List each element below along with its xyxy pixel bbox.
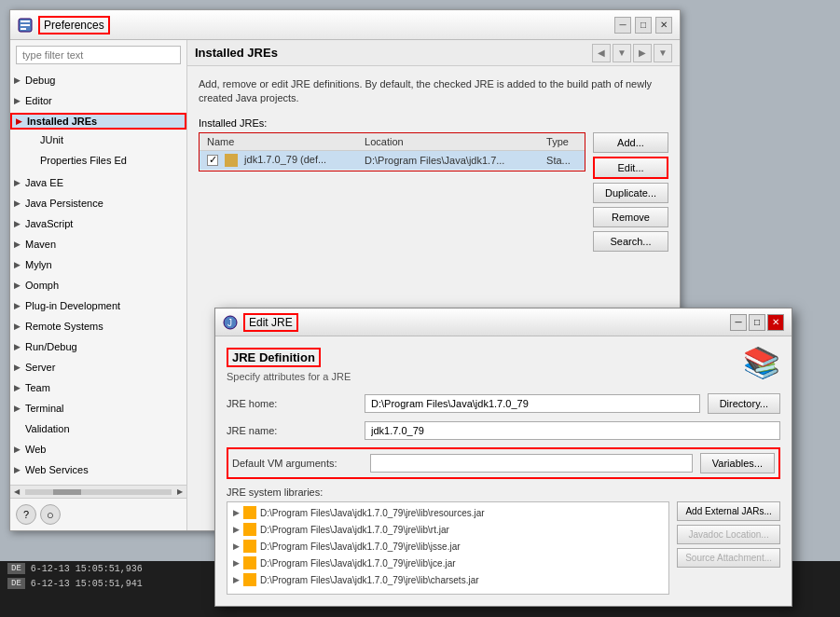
jar-icon [243,540,256,553]
list-item[interactable]: ▶ D:\Program Files\Java\jdk1.7.0_79\jre\… [229,538,667,555]
sidebar-label-junit: JUnit [40,134,63,145]
help-button[interactable]: ? [16,504,36,525]
sidebar-item-validation[interactable]: ▶ Validation [10,418,186,439]
nav-dropdown-btn[interactable]: ▼ [613,44,631,62]
variables-button[interactable]: Variables... [700,453,775,473]
maximize-button[interactable]: □ [635,17,652,34]
libraries-list: ▶ D:\Program Files\Java\jdk1.7.0_79\jre\… [227,501,669,595]
sidebar-item-java-persistence[interactable]: ▶ Java Persistence [10,193,186,213]
sidebar-label-properties: Properties Files Ed [40,155,127,166]
lib-path: D:\Program Files\Java\jdk1.7.0_79\jre\li… [260,508,485,518]
preferences-icon [18,18,33,33]
list-item[interactable]: ▶ D:\Program Files\Java\jdk1.7.0_79\jre\… [229,521,667,538]
edit-jre-titlebar: J Edit JRE ─ □ ✕ [215,308,792,336]
list-item[interactable]: ▶ D:\Program Files\Java\jdk1.7.0_79\jre\… [229,555,667,571]
duplicate-button[interactable]: Duplicate... [593,183,668,203]
titlebar-controls: ─ □ ✕ [614,17,672,34]
expand-arrow-java-persistence: ▶ [14,199,25,208]
lib-path: D:\Program Files\Java\jdk1.7.0_79\jre\li… [260,558,456,569]
dialog-titlebar-left: J Edit JRE [223,313,298,332]
preferences-titlebar: Preferences ─ □ ✕ [10,10,680,40]
sidebar-label-editor: Editor [25,95,52,106]
jre-name-input[interactable] [365,421,780,440]
sidebar-label-installed-jres: Installed JREs [27,116,97,127]
filter-input[interactable] [16,46,181,64]
jre-definition-title: JRE Definition [227,348,321,367]
remove-button[interactable]: Remove [593,207,668,227]
nav-buttons: ◀ ▼ ▶ ▼ [592,44,672,62]
console-badge-2: DE [7,578,25,589]
default-vm-input[interactable] [370,454,693,473]
svg-text:J: J [227,318,232,328]
sidebar-item-oomph[interactable]: ▶ Oomph [10,275,186,295]
edit-button[interactable]: Edit... [593,157,668,179]
sidebar-item-web-services[interactable]: ▶ Web Services [10,459,186,480]
jre-definition-desc: Specify attributes for a JRE [227,371,351,382]
expand-arrow-team: ▶ [14,383,25,392]
sidebar-scrollbar[interactable]: ◀ ▶ [10,485,186,498]
content-title: Installed JREs [195,46,278,60]
jar-icon [243,573,256,586]
minimize-button[interactable]: ─ [614,17,631,34]
jre-name-cell: jdk1.7.0_79 (def... [200,150,357,170]
sidebar-item-javascript[interactable]: ▶ JavaScript [10,213,186,234]
dialog-maximize-btn[interactable]: □ [749,314,765,331]
scroll-right-btn[interactable]: ▶ [173,487,186,496]
sidebar-item-team[interactable]: ▶ Team [10,377,186,398]
list-item[interactable]: ▶ D:\Program Files\Java\jdk1.7.0_79\jre\… [229,504,667,521]
sidebar-label-server: Server [25,362,55,373]
dialog-minimize-btn[interactable]: ─ [730,314,747,331]
table-row[interactable]: jdk1.7.0_79 (def... D:\Program Files\Jav… [200,150,585,170]
nav-menu-btn[interactable]: ▼ [654,44,672,62]
sidebar-label-java-persistence: Java Persistence [25,198,103,209]
lib-expand-arrow: ▶ [233,508,240,517]
sidebar-item-java-ee[interactable]: ▶ Java EE [10,172,186,193]
sidebar-item-mylyn[interactable]: ▶ Mylyn [10,254,186,275]
sidebar-item-installed-jres[interactable]: ▶ Installed JREs ▶ JUnit ▶ [10,111,186,172]
expand-arrow-mylyn: ▶ [14,260,25,269]
sidebar-item-web[interactable]: ▶ Web [10,439,186,459]
sidebar-item-run-debug[interactable]: ▶ Run/Debug [10,336,186,357]
jre-location-cell: D:\Program Files\Java\jdk1.7... [357,150,539,170]
javadoc-location-button[interactable]: Javadoc Location... [677,525,780,544]
close-button[interactable]: ✕ [655,17,672,34]
sidebar-item-debug[interactable]: ▶ Debug [10,70,186,90]
lib-path: D:\Program Files\Java\jdk1.7.0_79\jre\li… [260,525,449,535]
svg-rect-3 [21,28,26,30]
sidebar-item-server[interactable]: ▶ Server [10,357,186,377]
jre-action-buttons: Add... Edit... Duplicate... Remove Searc… [593,132,668,252]
expand-arrow-run-debug: ▶ [14,342,25,351]
add-external-jars-button[interactable]: Add External JARs... [677,501,780,521]
expand-arrow-server: ▶ [14,363,25,372]
lib-expand-arrow: ▶ [233,575,240,584]
list-item[interactable]: ▶ D:\Program Files\Java\jdk1.7.0_79\jre\… [229,571,667,588]
dialog-close-btn[interactable]: ✕ [767,314,784,331]
sidebar-item-editor[interactable]: ▶ Editor [10,90,186,111]
directory-button[interactable]: Directory... [708,393,780,414]
info-button[interactable]: ○ [40,504,61,525]
add-button[interactable]: Add... [593,132,668,153]
nav-back-btn[interactable]: ◀ [592,44,611,62]
jre-home-input[interactable] [365,394,700,413]
lib-expand-arrow: ▶ [233,558,240,568]
edit-jre-icon: J [223,315,238,330]
jre-name-row: JRE name: [227,421,780,440]
jre-home-label: JRE home: [227,398,357,409]
sidebar-item-plugin-dev[interactable]: ▶ Plug-in Development [10,295,186,316]
jre-table: Name Location Type [200,133,585,171]
jre-checkbox[interactable] [207,155,218,166]
nav-forward-btn[interactable]: ▶ [633,44,652,62]
expand-arrow-terminal: ▶ [14,404,25,413]
content-title-area: Installed JREs [195,46,278,60]
source-attachment-button[interactable]: Source Attachment... [677,548,780,568]
sidebar-item-properties[interactable]: ▶ Properties Files Ed [25,150,186,171]
search-button[interactable]: Search... [593,231,668,252]
jre-type-cell: Sta... [539,150,585,170]
sidebar-item-maven[interactable]: ▶ Maven [10,234,186,254]
jre-icon [225,154,238,167]
dialog-controls: ─ □ ✕ [730,314,784,331]
scroll-left-btn[interactable]: ◀ [10,487,23,496]
sidebar-item-junit[interactable]: ▶ JUnit [25,130,186,150]
sidebar-item-remote-systems[interactable]: ▶ Remote Systems [10,316,186,336]
sidebar-item-terminal[interactable]: ▶ Terminal [10,398,186,418]
